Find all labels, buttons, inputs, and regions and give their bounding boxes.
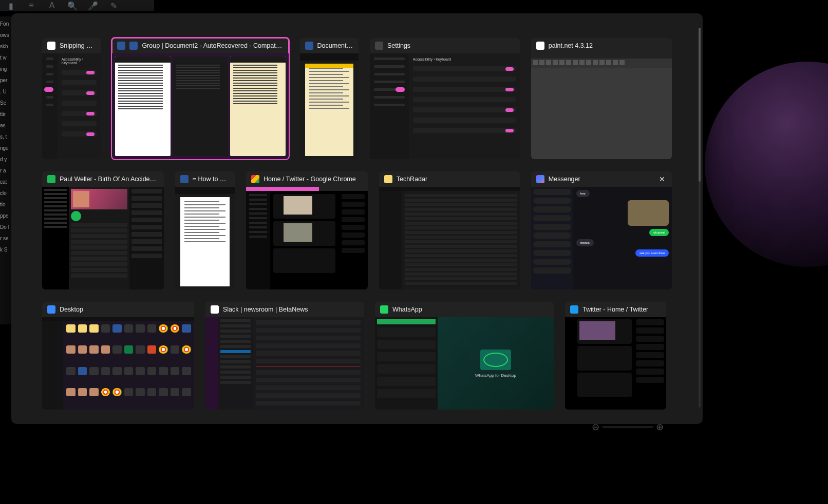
tile-header: Group | Document2 - AutoRecovered - Comp… xyxy=(112,38,288,53)
app-icon xyxy=(536,175,544,183)
app-icon xyxy=(536,42,544,50)
tile-title: paint.net 4.3.12 xyxy=(549,42,667,49)
app-icon xyxy=(47,175,55,183)
tile-title: Paul Weller - Birth Of An Accidental Hi.… xyxy=(60,176,159,183)
app-icon xyxy=(251,175,259,183)
background-right-strip xyxy=(709,0,828,504)
tile-title: Home / Twitter - Google Chrome xyxy=(264,176,363,183)
tile-header: Desktop xyxy=(42,302,194,317)
task-view-row: Snipping Tool Accessibility › Keyboard G… xyxy=(42,38,672,159)
tile-header: Snipping Tool xyxy=(42,38,101,53)
window-tile-tr[interactable]: TechRadar xyxy=(379,171,520,289)
tile-title: Messenger xyxy=(549,176,653,183)
app-icon-secondary xyxy=(129,42,138,50)
window-tile-spot[interactable]: Paul Weller - Birth Of An Accidental Hi.… xyxy=(42,171,164,289)
tile-header: Document2 -... xyxy=(300,38,359,53)
tile-title: Slack | newsroom | BetaNews xyxy=(223,306,359,313)
app-icon xyxy=(305,42,313,50)
app-icon xyxy=(570,305,578,314)
tile-title: Snipping Tool xyxy=(60,42,96,49)
task-view-row: Desktop Slack | newsroom | BetaNews xyxy=(42,302,672,410)
app-icon xyxy=(117,42,125,50)
tile-header: paint.net 4.3.12 xyxy=(531,38,672,53)
app-icon xyxy=(47,42,55,50)
tile-title: = How to use t... xyxy=(193,176,230,183)
window-tile-wa[interactable]: WhatsApp WhatsApp for Desktop xyxy=(375,302,554,410)
window-tile-snip[interactable]: Snipping Tool Accessibility › Keyboard xyxy=(42,38,101,159)
find-icon: 🔍 xyxy=(67,0,78,11)
tile-title: TechRadar xyxy=(397,176,515,183)
window-tile-sett[interactable]: Settings Accessibility › Keyboard xyxy=(370,38,520,159)
tile-header: Settings xyxy=(370,38,520,53)
tile-header: = How to use t... xyxy=(175,171,235,187)
tile-header: WhatsApp xyxy=(375,302,554,317)
window-tile-chrome[interactable]: Home / Twitter - Google Chrome xyxy=(246,171,368,289)
tile-title: WhatsApp xyxy=(392,306,549,313)
close-icon[interactable]: ✕ xyxy=(657,175,667,184)
window-tile-tw[interactable]: Twitter - Home / Twitter xyxy=(565,302,666,410)
app-icon xyxy=(180,175,189,183)
window-tile-desk[interactable]: Desktop xyxy=(42,302,194,410)
background-wallpaper-gradient xyxy=(705,62,828,267)
app-icon xyxy=(211,305,219,314)
font-group-icon: ▮ xyxy=(5,0,16,11)
window-tile-paint[interactable]: paint.net 4.3.12 xyxy=(531,38,672,159)
tile-title: Desktop xyxy=(60,306,189,313)
app-icon xyxy=(375,42,383,50)
tile-header: Slack | newsroom | BetaNews xyxy=(205,302,364,317)
styles-icon: A xyxy=(46,0,58,11)
task-view-overlay: Snipping Tool Accessibility › Keyboard G… xyxy=(11,13,703,424)
tile-title: Group | Document2 - AutoRecovered - Comp… xyxy=(142,42,283,49)
app-icon xyxy=(380,305,388,314)
task-view-rows: Snipping Tool Accessibility › Keyboard G… xyxy=(42,38,672,410)
paragraph-icon: ≡ xyxy=(26,0,37,11)
task-view-scrollbar[interactable] xyxy=(699,28,701,408)
app-icon xyxy=(384,175,392,183)
tile-header: Home / Twitter - Google Chrome xyxy=(246,171,368,187)
tile-title: Document2 -... xyxy=(317,42,353,49)
window-tile-group[interactable]: Group | Document2 - AutoRecovered - Comp… xyxy=(112,38,288,159)
background-app-toolbar: ▮ ≡ A 🔍 🎤 ✎ xyxy=(0,0,154,11)
tile-header: TechRadar xyxy=(379,171,520,187)
app-icon xyxy=(47,305,55,314)
editor-icon: ✎ xyxy=(108,0,119,11)
window-tile-word2[interactable]: = How to use t... xyxy=(175,171,235,289)
window-tile-slack[interactable]: Slack | newsroom | BetaNews xyxy=(205,302,364,410)
window-tile-mess[interactable]: Messenger ✕ heyok greatthankssee you soo… xyxy=(531,171,672,289)
window-tile-doc2[interactable]: Document2 -... xyxy=(300,38,359,159)
tile-title: Settings xyxy=(387,42,515,49)
tile-header: Twitter - Home / Twitter xyxy=(565,302,666,317)
tile-title: Twitter - Home / Twitter xyxy=(582,306,661,313)
task-view-row: Paul Weller - Birth Of An Accidental Hi.… xyxy=(42,171,672,289)
tile-header: Messenger ✕ xyxy=(531,171,672,187)
tile-header: Paul Weller - Birth Of An Accidental Hi.… xyxy=(42,171,164,187)
dictate-icon: 🎤 xyxy=(87,0,99,11)
